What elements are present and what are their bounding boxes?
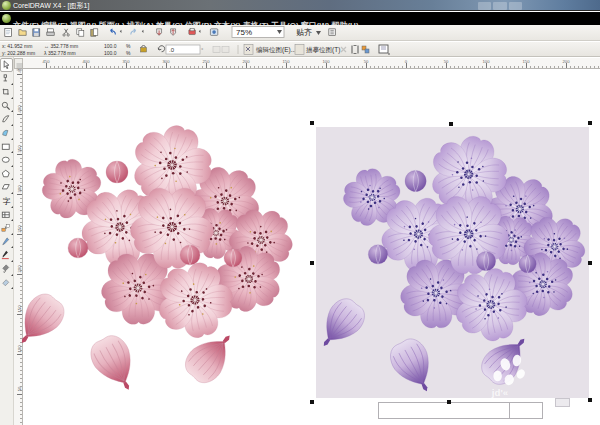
- svg-text:%: %: [126, 43, 131, 49]
- svg-text:100.0: 100.0: [104, 43, 117, 49]
- svg-text:y: 202.288 mm: y: 202.288 mm: [2, 50, 35, 56]
- svg-text:描摹位图(T): 描摹位图(T): [306, 46, 340, 54]
- svg-text:jd'«: jd'«: [491, 387, 508, 398]
- svg-text:%: %: [126, 50, 131, 56]
- svg-text:.0: .0: [169, 47, 175, 53]
- svg-text:编辑位图(E)...: 编辑位图(E)...: [256, 46, 296, 54]
- svg-text:字: 字: [3, 197, 11, 206]
- svg-text:x: 41.952 mm: x: 41.952 mm: [2, 43, 32, 49]
- svg-text:75%: 75%: [236, 28, 252, 37]
- svg-text:贴齐: 贴齐: [296, 28, 312, 37]
- svg-text:100.0: 100.0: [104, 50, 117, 56]
- svg-text:ƛ 352.778 mm: ƛ 352.778 mm: [44, 50, 76, 56]
- svg-text:↔ 352.778 mm: ↔ 352.778 mm: [44, 43, 78, 49]
- svg-text:°: °: [201, 47, 204, 53]
